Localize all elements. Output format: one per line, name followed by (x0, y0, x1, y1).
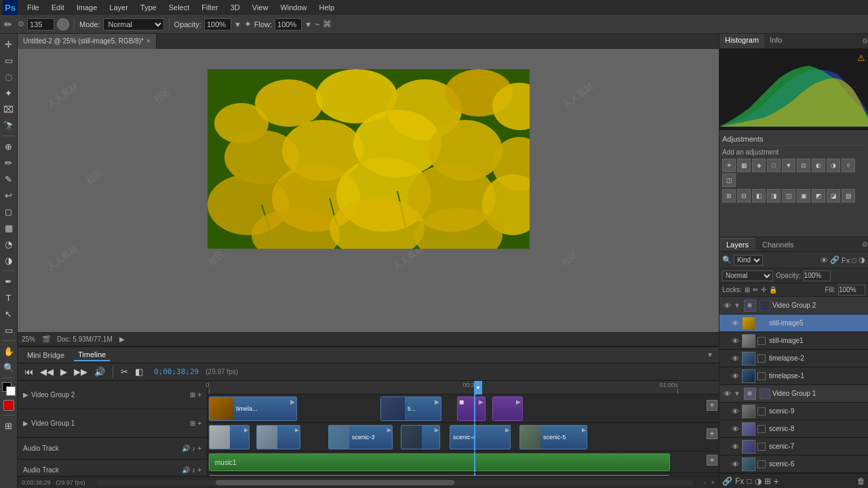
audio-btn[interactable]: 🔊 (93, 365, 106, 378)
still1-eye-icon[interactable]: 👁 (730, 336, 740, 346)
layer-scenic-6[interactable]: 👁 scenic-6 (719, 455, 868, 473)
clip-vg1-1[interactable]: ▶ (209, 425, 250, 449)
menu-3d[interactable]: 3D (225, 2, 245, 13)
new-fill-adj-btn[interactable]: ◑ (755, 476, 762, 486)
layer-still-image5[interactable]: 👁 still-image5 (719, 314, 868, 332)
adj-invert-icon[interactable]: ◧ (752, 189, 766, 203)
info-tab[interactable]: Info (764, 34, 787, 48)
menu-type[interactable]: Type (135, 2, 162, 13)
transition-btn[interactable]: ◧ (134, 365, 144, 378)
video-group-1-header[interactable]: 👁 ▼ ⊞ Video Group 1 (719, 385, 868, 403)
clip-purple-2[interactable]: ▶ (492, 396, 523, 421)
new-layer-btn[interactable]: + (774, 476, 779, 487)
adj-hue-sat-icon[interactable]: ◐ (812, 159, 825, 172)
layer-filter-select[interactable]: Kind (734, 255, 763, 266)
timeline-collapse-btn[interactable]: ▼ (707, 351, 713, 359)
step-back-btn[interactable]: ◀◀ (39, 365, 55, 378)
layer-fx-icon[interactable]: Fx (842, 256, 850, 264)
adj-photo-filter-icon[interactable]: ◫ (722, 174, 736, 187)
layer-adj-icon[interactable]: ◑ (859, 256, 865, 264)
layer-mask-icon[interactable]: □ (852, 256, 856, 264)
selection-tool[interactable]: ▭ (1, 53, 16, 68)
path-select-tool[interactable]: ↖ (1, 306, 16, 321)
audio2-add-icon[interactable]: + (197, 466, 201, 474)
clip-vg1-2[interactable]: ▶ (256, 425, 300, 449)
adj-color-balance-icon[interactable]: ◑ (827, 159, 840, 172)
vg1-expand-icon[interactable]: ▶ (23, 420, 28, 427)
layer-style-btn[interactable]: Fx (735, 476, 744, 486)
clip-vg1-4[interactable]: ▶ (401, 425, 440, 449)
s9-eye-icon[interactable]: 👁 (730, 407, 740, 416)
move-tool[interactable]: ✛ (1, 37, 16, 52)
screen-mode-btn[interactable]: ⊞ (1, 418, 16, 433)
adj-bw-icon[interactable]: ◊ (842, 159, 855, 172)
timeline-scrollbar-thumb[interactable] (216, 480, 454, 485)
audio1-add-icon[interactable]: + (197, 445, 201, 452)
text-tool[interactable]: T (1, 290, 16, 305)
mode-select[interactable]: Normal (103, 18, 164, 30)
crop-tool[interactable]: ⌧ (1, 102, 16, 117)
video-group-2-header[interactable]: 👁 ▼ ⊞ Video Group 2 (719, 297, 868, 314)
vg1-add-icon[interactable]: + (197, 420, 201, 427)
quick-mask-btn[interactable] (3, 400, 14, 411)
menu-edit[interactable]: Edit (46, 2, 70, 13)
lock-pixels-icon[interactable]: ✏ (753, 286, 758, 293)
quick-select-tool[interactable]: ✦ (1, 85, 16, 100)
zoom-decrease-btn[interactable]: - (704, 479, 706, 486)
brush-size-input[interactable]: 135 (27, 18, 54, 30)
fill-input[interactable] (838, 285, 865, 296)
background-color[interactable] (6, 386, 16, 396)
split-at-playhead-btn[interactable]: ✂ (119, 365, 130, 378)
link-layers-btn[interactable]: 🔗 (722, 476, 732, 486)
flow-btn-icon[interactable]: ▼ (304, 20, 312, 28)
layer-link-icon[interactable]: 🔗 (830, 256, 840, 264)
s8-eye-icon[interactable]: 👁 (730, 424, 740, 434)
adj-color-lookup-icon[interactable]: ⊟ (737, 189, 751, 203)
clip-timelapse-2[interactable]: ti... ▶ (380, 396, 441, 421)
vg1-add-clip-btn[interactable]: + (707, 428, 717, 439)
opacity-button-icon[interactable]: ▼ (234, 20, 241, 28)
menu-window[interactable]: Window (275, 2, 312, 13)
menu-filter[interactable]: Filter (196, 2, 223, 13)
histogram-tab[interactable]: Histogram (719, 34, 764, 48)
audio-clip-1[interactable]: music1 (209, 453, 670, 471)
color-picker[interactable] (2, 382, 16, 396)
menu-select[interactable]: Select (163, 2, 195, 13)
doc-tab-close[interactable]: × (146, 37, 151, 45)
add-mask-btn[interactable]: □ (747, 476, 751, 486)
vg2-add-icon[interactable]: + (197, 391, 201, 399)
mini-bridge-tab[interactable]: Mini Bridge (23, 350, 68, 361)
hand-tool[interactable]: ✋ (1, 344, 16, 359)
delete-layer-btn[interactable]: 🗑 (857, 476, 865, 486)
timeline-ruler[interactable]: 0 00:30s 01:00s ▼ (208, 381, 719, 394)
still5-eye-icon[interactable]: 👁 (730, 319, 740, 328)
gradient-tool[interactable]: ▦ (1, 220, 16, 235)
s6-eye-icon[interactable]: 👁 (730, 460, 740, 469)
layer-scenic-8[interactable]: 👁 scenic-8 (719, 420, 868, 438)
opacity-input[interactable]: 100% (204, 18, 231, 30)
eraser-tool[interactable]: ◻ (1, 204, 16, 219)
airbrush-icon[interactable]: ✦ (244, 19, 252, 29)
clip-scenic-4[interactable]: scenic-4 ▶ (450, 425, 511, 449)
audio1-mute-icon[interactable]: 🔊 (182, 445, 190, 452)
tl2-eye-icon[interactable]: 👁 (730, 354, 740, 363)
layer-still-image1[interactable]: 👁 still-image1 (719, 332, 868, 350)
lock-position-icon[interactable]: ✛ (761, 286, 766, 293)
history-brush-tool[interactable]: ↩ (1, 188, 16, 203)
timeline-scrollbar[interactable] (96, 480, 693, 485)
adj-channel-mixer-icon[interactable]: ⊞ (722, 189, 736, 203)
vg2-settings-icon[interactable]: ⊞ (190, 391, 195, 399)
menu-file[interactable]: File (22, 2, 45, 13)
dodge-tool[interactable]: ◑ (1, 253, 16, 268)
zoom-tool[interactable]: 🔍 (1, 360, 16, 375)
flow-input[interactable]: 100% (275, 18, 302, 30)
audio1-note-icon[interactable]: ♪ (192, 445, 195, 452)
layer-visibility-icon[interactable]: 👁 (821, 256, 828, 264)
brush-tool[interactable]: ✏ (1, 155, 16, 170)
zoom-increase-btn[interactable]: + (711, 479, 715, 486)
menu-layer[interactable]: Layer (104, 2, 134, 13)
play-btn[interactable]: ▶ (59, 365, 68, 378)
blur-tool[interactable]: ◔ (1, 237, 16, 251)
layer-scenic-7[interactable]: 👁 scenic-7 (719, 438, 868, 455)
canvas-area[interactable]: 人人素材 社区 人人素材 社区 人人素材 社区 人人素材 社区 人人素材 社区 … (18, 49, 719, 332)
